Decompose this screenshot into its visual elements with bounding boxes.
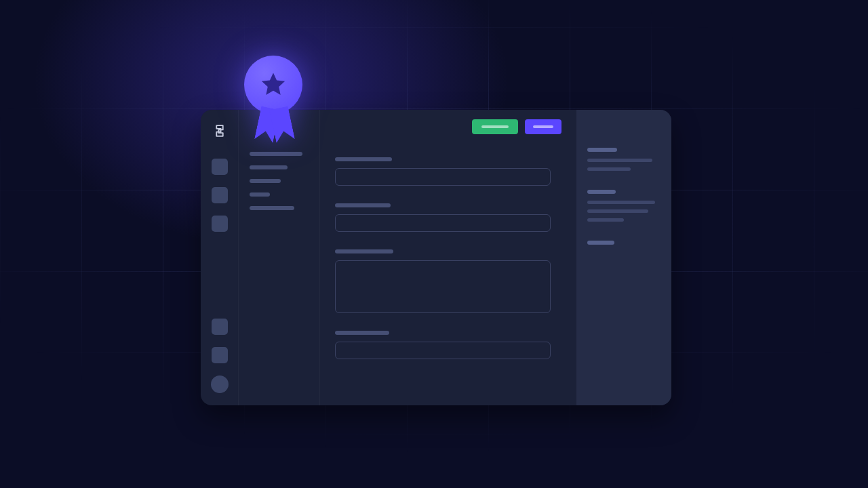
rail-item-5[interactable] bbox=[212, 347, 228, 363]
app-window bbox=[201, 110, 671, 405]
aside-block-2 bbox=[587, 190, 660, 222]
rail-item-3[interactable] bbox=[212, 216, 228, 232]
button-label bbox=[481, 125, 509, 128]
user-avatar[interactable] bbox=[211, 375, 229, 393]
aside-heading bbox=[587, 148, 617, 152]
rail-item-4[interactable] bbox=[212, 319, 228, 335]
aside-panel bbox=[576, 110, 671, 405]
aside-text-line bbox=[587, 159, 652, 162]
aside-text-line bbox=[587, 218, 624, 222]
achievement-badge bbox=[244, 56, 305, 141]
nav-link-2[interactable] bbox=[250, 165, 288, 169]
aside-text-line bbox=[587, 167, 631, 171]
field-label bbox=[335, 249, 393, 253]
toolbar bbox=[472, 119, 561, 134]
nav-link-3[interactable] bbox=[250, 179, 281, 183]
nav-column bbox=[239, 110, 320, 405]
aside-heading bbox=[587, 241, 614, 245]
form-field-3 bbox=[335, 249, 561, 313]
textarea-input[interactable] bbox=[335, 260, 551, 313]
app-logo-icon bbox=[213, 123, 226, 138]
form-field-2 bbox=[335, 203, 561, 232]
aside-text-line bbox=[587, 209, 648, 213]
nav-link-4[interactable] bbox=[250, 192, 270, 197]
button-label bbox=[533, 125, 553, 128]
secondary-action-button[interactable] bbox=[525, 119, 561, 134]
nav-link-5[interactable] bbox=[250, 206, 294, 210]
field-label bbox=[335, 331, 389, 335]
icon-rail bbox=[201, 110, 239, 405]
text-input[interactable] bbox=[335, 214, 551, 232]
field-label bbox=[335, 157, 392, 161]
rail-item-2[interactable] bbox=[212, 187, 228, 203]
aside-block-1 bbox=[587, 148, 660, 171]
text-input[interactable] bbox=[335, 342, 551, 359]
text-input[interactable] bbox=[335, 168, 551, 186]
form-field-1 bbox=[335, 157, 561, 186]
rail-item-1[interactable] bbox=[212, 159, 228, 175]
main-panel bbox=[320, 110, 576, 405]
aside-text-line bbox=[587, 201, 655, 204]
aside-block-3 bbox=[587, 241, 660, 245]
nav-link-1[interactable] bbox=[250, 152, 302, 156]
star-medal-icon bbox=[244, 56, 302, 114]
form-field-4 bbox=[335, 331, 561, 359]
aside-heading bbox=[587, 190, 616, 194]
field-label bbox=[335, 203, 391, 207]
primary-action-button[interactable] bbox=[472, 119, 518, 134]
